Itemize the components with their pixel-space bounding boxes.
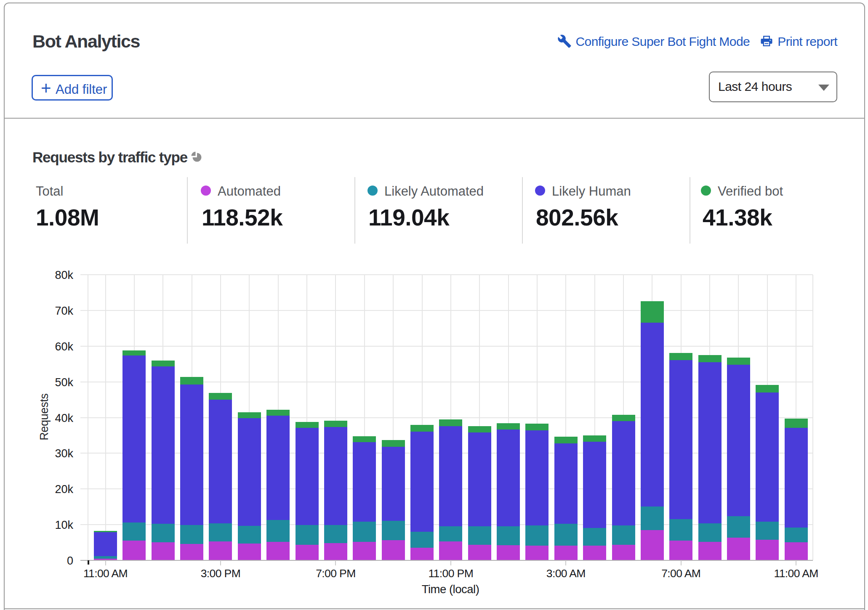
svg-text:30k: 30k bbox=[55, 447, 73, 460]
svg-text:50k: 50k bbox=[55, 376, 73, 389]
svg-text:11:00 AM: 11:00 AM bbox=[83, 567, 128, 580]
svg-text:Requests: Requests bbox=[38, 393, 51, 440]
svg-text:70k: 70k bbox=[55, 305, 73, 317]
svg-text:3:00 PM: 3:00 PM bbox=[201, 567, 241, 580]
svg-text:40k: 40k bbox=[55, 412, 73, 424]
svg-text:60k: 60k bbox=[55, 340, 73, 353]
svg-text:20k: 20k bbox=[55, 483, 73, 496]
svg-text:10k: 10k bbox=[55, 519, 73, 531]
svg-text:7:00 AM: 7:00 AM bbox=[661, 567, 700, 580]
svg-text:0: 0 bbox=[67, 554, 73, 567]
svg-text:7:00 PM: 7:00 PM bbox=[316, 567, 356, 580]
svg-text:80k: 80k bbox=[55, 269, 73, 281]
svg-text:11:00 AM: 11:00 AM bbox=[774, 567, 818, 580]
svg-text:3:00 AM: 3:00 AM bbox=[546, 567, 586, 580]
svg-text:Time (local): Time (local) bbox=[422, 583, 479, 596]
svg-text:11:00 PM: 11:00 PM bbox=[428, 567, 473, 580]
